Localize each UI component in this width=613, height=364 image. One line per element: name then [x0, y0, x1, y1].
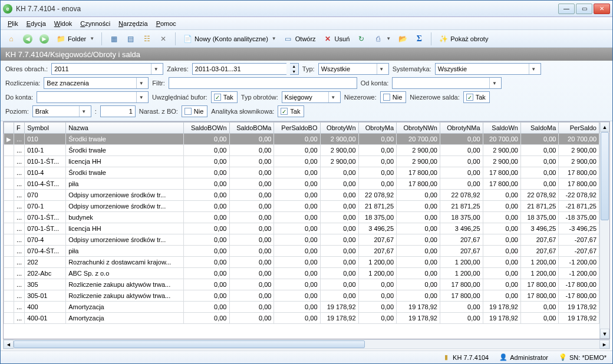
menu-pomoc[interactable]: Pomoc	[153, 19, 180, 28]
data-grid[interactable]: F Symbol Nazwa SaldoBOWn SaldoBOMa PerSa…	[4, 122, 599, 339]
toolbar-back-button[interactable]: ◄	[21, 32, 35, 45]
toolbar-home-button[interactable]: ⌂	[4, 32, 18, 45]
col-symbol[interactable]: Symbol	[25, 123, 66, 134]
toolbar-refresh-button[interactable]: ↻	[354, 32, 368, 45]
cell-f[interactable]: ...	[14, 190, 25, 201]
scroll-thumb[interactable]	[601, 132, 609, 220]
table-row[interactable]: ...010-1Środki trwałe0,000,000,002 900,0…	[4, 145, 599, 156]
menu-narzedzia[interactable]: Narzędzia	[115, 19, 151, 28]
table-row[interactable]: ...010-4-ŚT...piła0,000,000,000,000,0017…	[4, 178, 599, 190]
table-row[interactable]: ...202Rozrachunki z dostawcami krajow...…	[4, 257, 599, 268]
zakres-spinner[interactable]: ▲▼	[290, 63, 299, 75]
table-row[interactable]: ...010-1-ŚT...licencja HH0,000,000,002 9…	[4, 156, 599, 167]
row-handle[interactable]	[4, 201, 14, 212]
row-handle[interactable]: ▶	[4, 134, 14, 145]
table-row[interactable]: ...070-1-ŚT...licencja HH0,000,000,000,0…	[4, 223, 599, 234]
rozliczenia-combo[interactable]: Bez znaczenia▼	[44, 77, 149, 89]
col-persaldobo[interactable]: PerSaldoBO	[274, 123, 320, 134]
row-handle[interactable]	[4, 279, 14, 290]
scroll-thumb[interactable]	[14, 340, 365, 348]
scroll-track[interactable]	[14, 340, 599, 349]
row-handle[interactable]	[4, 156, 14, 167]
cell-f[interactable]: ...	[14, 234, 25, 246]
cell-f[interactable]: ...	[14, 134, 25, 145]
toolbar-tree-button[interactable]: ☷	[140, 32, 154, 45]
table-row[interactable]: ...070-4Odpisy umorzeniowe środków tr...…	[4, 234, 599, 246]
table-row[interactable]: ...400Amortyzacja0,000,000,0019 178,920,…	[4, 302, 599, 313]
col-obrotywn[interactable]: ObrotyWn	[320, 123, 358, 134]
row-handle[interactable]	[4, 313, 14, 324]
col-rowhandle[interactable]	[4, 123, 14, 134]
toolbar-pokazobroty-button[interactable]: ✨Pokaż obroty	[436, 32, 490, 45]
row-handle[interactable]	[4, 167, 14, 178]
filtr-input[interactable]	[169, 77, 357, 89]
scroll-up-icon[interactable]: ▲	[600, 122, 609, 132]
analityka-checkbox[interactable]: ✓Tak	[278, 105, 304, 117]
table-row[interactable]: ...070-4-ŚT...piła0,000,000,000,00207,67…	[4, 246, 599, 257]
col-f[interactable]: F	[14, 123, 25, 134]
row-handle[interactable]	[4, 234, 14, 246]
toolbar-openfolder-button[interactable]: 📂	[396, 32, 410, 45]
table-row[interactable]: ...070-1-ŚT...budynek0,000,000,000,0018 …	[4, 212, 599, 223]
row-handle[interactable]	[4, 268, 14, 279]
minimize-button[interactable]: —	[558, 4, 575, 14]
cell-f[interactable]: ...	[14, 212, 25, 223]
col-saldown[interactable]: SaldoWn	[483, 123, 520, 134]
okres-combo[interactable]: 2011▼	[51, 63, 163, 75]
cell-f[interactable]: ...	[14, 279, 25, 290]
cell-f[interactable]: ...	[14, 257, 25, 268]
toolbar-forward-button[interactable]: ►	[37, 32, 51, 45]
zakres-input[interactable]: 2011-03-01...31	[192, 63, 286, 75]
table-row[interactable]: ...202-AbcABC Sp. z o.o0,000,000,000,001…	[4, 268, 599, 279]
niezerowesalda-checkbox[interactable]: ✓Tak	[463, 91, 490, 103]
menu-czynnosci[interactable]: Czynności	[77, 19, 114, 28]
table-row[interactable]: ...400-01Amortyzacja0,000,000,0019 178,9…	[4, 313, 599, 324]
cell-f[interactable]: ...	[14, 145, 25, 156]
systematyka-combo[interactable]: Wszystkie▼	[435, 63, 541, 75]
toolbar-delete-button[interactable]: ✕Usuń	[321, 32, 352, 45]
table-row[interactable]: ▶...010Środki trwałe0,000,000,002 900,00…	[4, 134, 599, 145]
spin-up-icon[interactable]: ▲	[290, 64, 298, 69]
row-handle[interactable]	[4, 145, 14, 156]
poziom-num-input[interactable]	[100, 105, 136, 117]
cell-f[interactable]: ...	[14, 268, 25, 279]
cell-f[interactable]: ...	[14, 290, 25, 302]
table-row[interactable]: ...305-01Rozliczenie zakupu aktywów trwa…	[4, 290, 599, 302]
spin-down-icon[interactable]: ▼	[290, 69, 298, 74]
toolbar-new-button[interactable]: 📄Nowy (Konto analityczne)▼	[180, 32, 279, 45]
toolbar-card-button[interactable]: ▤	[123, 32, 137, 45]
cell-f[interactable]: ...	[14, 178, 25, 190]
table-row[interactable]: ...010-4Środki trwałe0,000,000,000,000,0…	[4, 167, 599, 178]
scrollbar-vertical[interactable]: ▲ ▼	[599, 122, 609, 339]
niezerowe-checkbox[interactable]: Nie	[380, 91, 407, 103]
row-handle[interactable]	[4, 290, 14, 302]
scroll-down-icon[interactable]: ▼	[600, 329, 609, 339]
scrollbar-horizontal[interactable]: ◄ ►	[3, 339, 610, 349]
typ-combo[interactable]: Wszystkie▼	[318, 63, 389, 75]
bufor-checkbox[interactable]: ✓Tak	[211, 91, 238, 103]
toolbar-open-button[interactable]: ▭Otwórz	[281, 32, 318, 45]
row-handle[interactable]	[4, 178, 14, 190]
odkonta-combo[interactable]: ▼	[392, 77, 502, 89]
col-obrotynma[interactable]: ObrotyNMa	[440, 123, 483, 134]
table-row[interactable]: ...070Odpisy umorzeniowe środków tr...0,…	[4, 190, 599, 201]
col-saldoma[interactable]: SaldoMa	[520, 123, 558, 134]
menu-plik[interactable]: Plik	[4, 19, 22, 28]
table-row[interactable]: ...070-1Odpisy umorzeniowe środków tr...…	[4, 201, 599, 212]
col-saldobown[interactable]: SaldoBOWn	[184, 123, 229, 134]
col-nazwa[interactable]: Nazwa	[66, 123, 184, 134]
narast-checkbox[interactable]: Nie	[182, 105, 208, 117]
toolbar-folder-button[interactable]: 📁Folder▼	[54, 32, 97, 45]
cell-f[interactable]: ...	[14, 313, 25, 324]
row-handle[interactable]	[4, 212, 14, 223]
dokonta-combo[interactable]: ▼	[37, 91, 149, 103]
scroll-left-icon[interactable]: ◄	[4, 340, 14, 349]
row-handle[interactable]	[4, 246, 14, 257]
cell-f[interactable]: ...	[14, 201, 25, 212]
row-handle[interactable]	[4, 302, 14, 313]
cell-f[interactable]: ...	[14, 167, 25, 178]
toolbar-print-button[interactable]: ⎙▼	[371, 32, 393, 45]
col-persaldo[interactable]: PerSaldo	[559, 123, 599, 134]
toolbar-sigma-button[interactable]: Σ	[412, 32, 426, 45]
row-handle[interactable]	[4, 257, 14, 268]
